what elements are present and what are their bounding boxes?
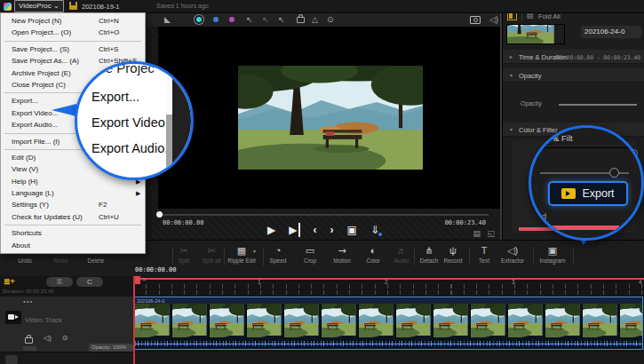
callout-menu-item: Export Video... bbox=[91, 115, 176, 130]
filter-tree-icon[interactable]: △ bbox=[312, 14, 318, 25]
menu-item-label: Open Project... (O) bbox=[12, 28, 71, 36]
menu-item-about[interactable]: About bbox=[1, 240, 145, 251]
menu-item-new-project-n[interactable]: New Project (N)Ctrl+N bbox=[1, 15, 145, 27]
timeline-toggles: ⚿ C bbox=[46, 277, 103, 287]
clip-frame-thumbnail bbox=[396, 304, 433, 339]
clip-frame-thumbnail bbox=[508, 304, 545, 339]
play-from-start-button[interactable]: ▶ bbox=[289, 223, 299, 237]
track-speaker-icon[interactable]: ◁) bbox=[44, 334, 52, 344]
timeline-clip[interactable]: 202106-24-0 bbox=[134, 297, 643, 350]
section-opacity[interactable]: ▾ Opacity bbox=[503, 68, 644, 83]
instagram-icon: ▣ bbox=[532, 244, 573, 257]
submenu-arrow-icon: ▶ bbox=[136, 187, 140, 199]
clip-frame-thumbnail bbox=[433, 304, 471, 339]
track-opacity-badge[interactable]: Opacity: 100% ⌄ bbox=[89, 344, 133, 352]
timeline-lock-toggle[interactable]: ⚿ bbox=[46, 277, 73, 287]
preview-progress-handle[interactable] bbox=[156, 211, 163, 218]
speaker-icon[interactable]: ◁) bbox=[489, 14, 498, 25]
menu-item-label: Shortcuts bbox=[12, 229, 42, 237]
clip-frame-thumbnail bbox=[284, 304, 322, 339]
menu-item-shortcuts[interactable]: Shortcuts bbox=[1, 227, 145, 239]
lock-icon[interactable] bbox=[297, 17, 305, 23]
magnified-red-bar bbox=[553, 226, 619, 230]
clip-thumbnail[interactable] bbox=[506, 24, 565, 44]
clip-name-field[interactable]: 202106-24-0 bbox=[581, 26, 641, 38]
menu-item-label: Close Project (C) bbox=[12, 81, 66, 89]
next-frame-button[interactable]: › bbox=[330, 223, 334, 237]
tool-ripple-edit[interactable]: ▦Ripple Edit▼ bbox=[221, 244, 262, 264]
direct-select-tool-icon[interactable]: ↖ bbox=[278, 14, 285, 25]
eye-icon[interactable]: ⊙ bbox=[327, 14, 334, 25]
select-tool-icon[interactable]: ↖ bbox=[246, 14, 253, 25]
menu-item-label: Archive Project (E) bbox=[12, 69, 71, 77]
opacity-slider[interactable] bbox=[559, 104, 637, 106]
color-dot-cyan[interactable] bbox=[196, 17, 202, 22]
menu-item-label: Import File... (I) bbox=[12, 138, 60, 146]
titlebar: VideoProc ⌄ 202108-19-1 Saved 1 hours ag… bbox=[0, 0, 644, 13]
track-menu-dots[interactable]: ••• bbox=[23, 297, 33, 305]
menu-item-save-project-s[interactable]: Save Project... (S)Ctrl+S bbox=[1, 44, 145, 55]
fold-all-button[interactable]: Fold All bbox=[538, 12, 561, 20]
tool-label: Ripple Edit bbox=[221, 257, 262, 264]
menu-separator bbox=[4, 41, 141, 42]
section-time-duration[interactable]: ▸ Time & Duration 00:00:00.00 - 00:00:23… bbox=[503, 50, 644, 64]
callout-menu-item: Export Audio... bbox=[91, 141, 175, 155]
magnified-export-button[interactable]: Export bbox=[548, 181, 628, 206]
play-button[interactable]: ▶ bbox=[267, 223, 275, 237]
timeline-ruler[interactable]: 1234 bbox=[133, 276, 644, 296]
menu-item-open-project-o[interactable]: Open Project... (O)Ctrl+O bbox=[1, 27, 145, 38]
prev-frame-button[interactable]: ‹ bbox=[314, 223, 317, 237]
extractor-icon: ◁) bbox=[492, 244, 533, 257]
app-logo-icon bbox=[4, 3, 12, 11]
track-lock-icon[interactable] bbox=[25, 337, 33, 344]
tool-instagram[interactable]: ▣Instagram bbox=[532, 244, 573, 264]
tool-extractor[interactable]: ◁)Extractor bbox=[492, 244, 533, 264]
menu-item-label: Check for Updates (U) bbox=[12, 213, 83, 221]
snapshot-button[interactable]: ▣ bbox=[347, 223, 357, 237]
clip-thumbs bbox=[135, 304, 642, 339]
playhead-arrow-icon: > bbox=[142, 275, 147, 283]
caret-down-icon: ▼ bbox=[252, 249, 257, 254]
menu-item-language-l[interactable]: Language (L)▶ bbox=[1, 187, 145, 199]
preview-progress-bar[interactable] bbox=[158, 214, 489, 216]
preview-toolbar: ◣ ↖ ↖ ↖ △ ⊙ ◁) bbox=[145, 12, 502, 27]
menu-item-settings-y[interactable]: Settings (Y)F2 bbox=[1, 199, 145, 210]
playhead-line[interactable] bbox=[133, 276, 135, 364]
ruler-ticks-row1 bbox=[133, 284, 644, 289]
color-dot-magenta[interactable] bbox=[229, 17, 235, 22]
magnified-export-label: Export bbox=[582, 187, 614, 200]
menu-item-label: New Project (N) bbox=[12, 17, 61, 25]
saved-status: Saved 1 hours ago bbox=[156, 3, 209, 9]
video-canvas[interactable] bbox=[158, 27, 502, 209]
menu-item-label: Settings (Y) bbox=[12, 201, 49, 209]
pen-tool-icon[interactable]: ◣ bbox=[164, 14, 171, 25]
menu-item-shortcut: Ctrl+O bbox=[99, 27, 119, 38]
transport-controls: ▶ ▶ ‹ › ▣ ⇓ bbox=[145, 223, 502, 237]
clip-titlebar: 202106-24-0 bbox=[135, 297, 642, 304]
color-dot-blue[interactable] bbox=[213, 17, 219, 22]
tool-label: Instagram bbox=[532, 257, 573, 264]
track-eye-icon[interactable]: ⊙ bbox=[62, 334, 68, 344]
compare-view-icon[interactable]: ▤ bbox=[473, 229, 481, 238]
clip-frame-thumbnail bbox=[545, 304, 583, 339]
clip-frame-thumbnail bbox=[359, 304, 396, 339]
magnified-slider-handle bbox=[609, 168, 619, 178]
app-menu-button[interactable]: VideoProc ⌄ bbox=[14, 0, 64, 12]
menu-item-label: Help (H) bbox=[12, 178, 38, 186]
clip-title: 202106-24-0 bbox=[137, 298, 164, 304]
ruler-red-line bbox=[133, 278, 644, 280]
add-track-icon[interactable]: ≣+ bbox=[4, 277, 15, 286]
clip-frame-thumbnail bbox=[210, 304, 247, 339]
history-label: Redo bbox=[43, 257, 78, 264]
track-chip bbox=[23, 346, 36, 351]
section-label: Opacity bbox=[519, 72, 541, 80]
save-project-icon[interactable] bbox=[69, 2, 77, 10]
video-track-header: ••• Video Track ◁) ⊙ Opacity: 100% ⌄ bbox=[0, 297, 133, 352]
export-frame-button[interactable]: ⇓ bbox=[370, 223, 379, 237]
menu-item-check-for-updates-u[interactable]: Check for Updates (U)Ctrl+U bbox=[1, 211, 145, 223]
fullscreen-icon[interactable]: ◱ bbox=[487, 229, 495, 238]
divider bbox=[531, 147, 641, 148]
snap-magnet-toggle[interactable]: C bbox=[76, 277, 103, 287]
select-all-tool-icon[interactable]: ↖ bbox=[262, 14, 269, 25]
snapshot-camera-icon[interactable] bbox=[470, 16, 481, 24]
